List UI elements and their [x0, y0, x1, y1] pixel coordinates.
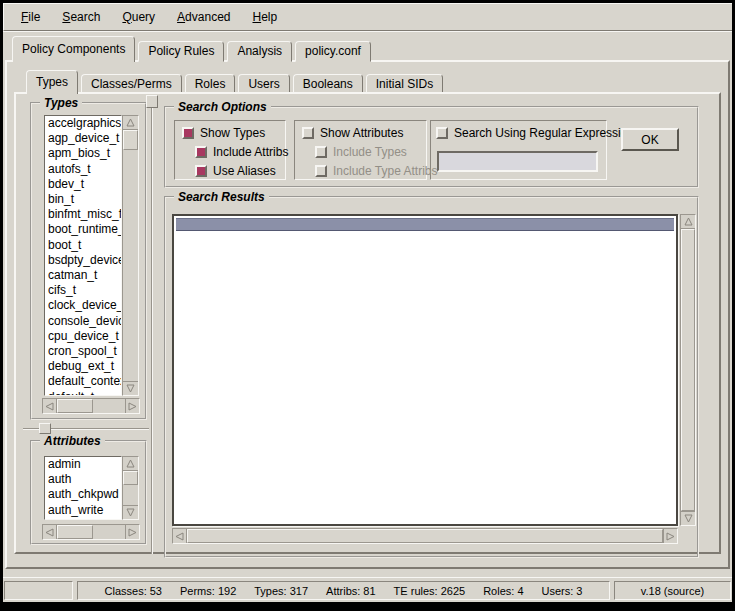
pane-divider-vertical	[151, 108, 153, 554]
scrollbar-trough[interactable]	[93, 525, 125, 539]
include-types-row: Include Types	[315, 145, 407, 159]
sash-handle[interactable]	[146, 95, 158, 108]
tab-booleans[interactable]: Booleans	[293, 74, 363, 94]
scroll-left-icon[interactable]	[43, 525, 57, 539]
scroll-right-icon[interactable]	[125, 399, 139, 413]
types-list-item[interactable]: catman_t	[45, 268, 121, 283]
scroll-up-icon[interactable]	[681, 215, 695, 229]
types-list-item[interactable]: boot_t	[45, 238, 121, 253]
status-stat: Roles: 4	[483, 585, 523, 597]
types-list-item[interactable]: clock_device_t	[45, 298, 121, 313]
search-results-frame-label: Search Results	[174, 190, 269, 204]
tab-classes-perms[interactable]: Classes/Perms	[81, 74, 182, 94]
scroll-up-icon[interactable]	[123, 457, 138, 471]
scroll-down-icon[interactable]	[123, 381, 138, 395]
sash-handle[interactable]	[39, 423, 51, 434]
scrollbar-thumb[interactable]	[187, 529, 663, 543]
scrollbar-thumb[interactable]	[123, 130, 138, 150]
scroll-up-icon[interactable]	[123, 116, 138, 130]
types-list-item[interactable]: agp_device_t	[45, 131, 121, 146]
scroll-left-icon[interactable]	[173, 529, 187, 543]
scroll-left-icon[interactable]	[43, 399, 57, 413]
attributes-listbox[interactable]: adminauthauth_chkpwdauth_write	[44, 456, 122, 520]
show-types-checkbox[interactable]	[182, 127, 194, 139]
types-listbox[interactable]: accelgraphics_eagp_device_tapm_bios_taut…	[44, 115, 122, 396]
types-list-item[interactable]: cpu_device_t	[45, 329, 121, 344]
types-vscrollbar[interactable]	[122, 115, 139, 396]
show-attributes-label: Show Attributes	[320, 126, 403, 140]
status-stat: Classes: 53	[105, 585, 162, 597]
tab-roles[interactable]: Roles	[185, 74, 236, 94]
status-stat: Types: 317	[254, 585, 308, 597]
types-list-item[interactable]: cron_spool_t	[45, 344, 121, 359]
types-list-item[interactable]: apm_bios_t	[45, 146, 121, 161]
menu-query[interactable]: Query	[115, 7, 162, 27]
types-list-item[interactable]: autofs_t	[45, 162, 121, 177]
scrollbar-trough[interactable]	[93, 399, 125, 413]
include-type-attribs-row: Include Type Attribs	[315, 164, 438, 178]
tab-policy-components[interactable]: Policy Components	[12, 36, 135, 62]
menu-search[interactable]: Search	[55, 7, 107, 27]
attributes-hscrollbar[interactable]	[42, 524, 140, 540]
use-aliases-checkbox[interactable]	[195, 165, 207, 177]
types-list-item[interactable]: bdev_t	[45, 177, 121, 192]
status-bar: Classes: 53Perms: 192Types: 317Attribs: …	[3, 577, 732, 602]
types-list-item[interactable]: boot_runtime_t	[45, 222, 121, 237]
types-list-item[interactable]: console_device	[45, 314, 121, 329]
tab-users[interactable]: Users	[238, 74, 289, 94]
use-aliases-label: Use Aliases	[213, 164, 276, 178]
regex-input[interactable]	[437, 151, 598, 172]
results-hscrollbar[interactable]	[172, 528, 678, 544]
scrollbar-trough[interactable]	[123, 485, 138, 505]
types-list-item[interactable]: default_t	[45, 390, 121, 396]
attributes-frame-label: Attributes	[40, 434, 105, 448]
scroll-right-icon[interactable]	[663, 529, 677, 543]
types-list-item[interactable]: bsdpty_device_	[45, 253, 121, 268]
types-list-item[interactable]: bin_t	[45, 192, 121, 207]
attributes-list-item[interactable]: admin	[45, 457, 121, 472]
scrollbar-thumb[interactable]	[681, 229, 695, 511]
use-aliases-row: Use Aliases	[195, 164, 276, 178]
status-segment-version: v.18 (source)	[614, 581, 731, 600]
tab-policy-rules[interactable]: Policy Rules	[138, 41, 224, 62]
tab-policy-conf[interactable]: policy.conf	[295, 41, 371, 62]
show-attributes-checkbox[interactable]	[302, 127, 314, 139]
attributes-list-item[interactable]: auth	[45, 472, 121, 487]
status-segment-left	[4, 581, 73, 600]
regex-checkbox[interactable]	[436, 127, 448, 139]
types-list-item[interactable]: debug_ext_t	[45, 359, 121, 374]
status-stat: Users: 3	[542, 585, 583, 597]
scrollbar-thumb[interactable]	[123, 471, 138, 485]
search-results-text[interactable]	[172, 214, 678, 526]
attributes-list-item[interactable]: auth_write	[45, 503, 121, 518]
version-text: v.18 (source)	[641, 585, 704, 597]
menu-help[interactable]: Help	[245, 7, 284, 27]
include-types-checkbox	[315, 146, 327, 158]
ok-button[interactable]: OK	[621, 128, 679, 151]
status-segment-stats: Classes: 53Perms: 192Types: 317Attribs: …	[77, 581, 610, 600]
menu-file[interactable]: File	[14, 7, 47, 27]
scroll-right-icon[interactable]	[125, 525, 139, 539]
include-attribs-checkbox[interactable]	[195, 146, 207, 158]
tab-initial-sids[interactable]: Initial SIDs	[366, 74, 443, 94]
types-list-item[interactable]: default_context	[45, 374, 121, 389]
types-hscrollbar[interactable]	[42, 398, 140, 414]
types-list-item[interactable]: binfmt_misc_fs	[45, 207, 121, 222]
menu-advanced[interactable]: Advanced	[170, 7, 237, 27]
main-tab-bar: Policy Components Policy Rules Analysis …	[12, 36, 374, 62]
types-list-item[interactable]: accelgraphics_e	[45, 116, 121, 131]
attributes-list-item[interactable]: auth_chkpwd	[45, 487, 121, 502]
include-attribs-row: Include Attribs	[195, 145, 288, 159]
tab-types[interactable]: Types	[26, 70, 78, 94]
scroll-down-icon[interactable]	[123, 505, 138, 519]
types-frame-label: Types	[40, 96, 82, 110]
results-vscrollbar[interactable]	[680, 214, 696, 526]
attributes-vscrollbar[interactable]	[122, 456, 139, 520]
regex-row: Search Using Regular Expression	[436, 126, 634, 140]
scroll-down-icon[interactable]	[681, 511, 695, 525]
types-list-item[interactable]: cifs_t	[45, 283, 121, 298]
scrollbar-thumb[interactable]	[57, 399, 93, 413]
scrollbar-trough[interactable]	[123, 150, 138, 381]
tab-analysis[interactable]: Analysis	[227, 41, 292, 62]
scrollbar-thumb[interactable]	[57, 525, 93, 539]
